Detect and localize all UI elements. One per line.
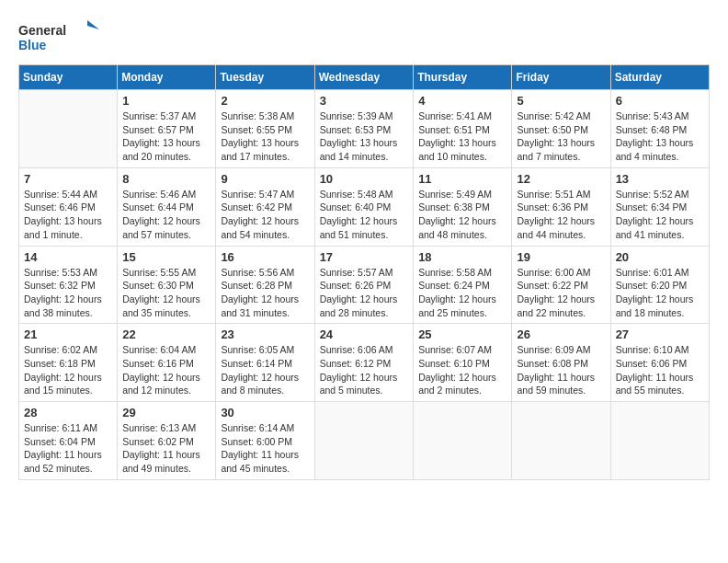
day-number: 30 (221, 406, 309, 419)
calendar-cell: 30Sunrise: 6:14 AM Sunset: 6:00 PM Dayli… (216, 402, 314, 480)
day-detail: Sunrise: 5:42 AM Sunset: 6:50 PM Dayligh… (517, 109, 605, 164)
calendar-cell (414, 402, 512, 480)
day-number: 7 (24, 172, 112, 186)
day-number: 6 (616, 94, 704, 108)
calendar-cell: 2Sunrise: 5:38 AM Sunset: 6:55 PM Daylig… (216, 90, 314, 168)
logo-svg: General Blue (18, 18, 101, 55)
day-detail: Sunrise: 6:01 AM Sunset: 6:20 PM Dayligh… (616, 266, 704, 320)
calendar-cell: 23Sunrise: 6:05 AM Sunset: 6:14 PM Dayli… (216, 324, 314, 402)
weekday-header: Monday (118, 65, 216, 90)
day-number: 23 (221, 327, 309, 341)
day-number: 22 (122, 327, 210, 341)
day-detail: Sunrise: 6:05 AM Sunset: 6:14 PM Dayligh… (221, 343, 309, 397)
calendar-cell (314, 402, 414, 480)
calendar-cell (610, 402, 709, 480)
calendar-cell: 8Sunrise: 5:46 AM Sunset: 6:44 PM Daylig… (118, 167, 216, 246)
calendar-week-row: 28Sunrise: 6:11 AM Sunset: 6:04 PM Dayli… (19, 402, 710, 480)
calendar-cell: 17Sunrise: 5:57 AM Sunset: 6:26 PM Dayli… (314, 246, 414, 324)
calendar-cell: 24Sunrise: 6:06 AM Sunset: 6:12 PM Dayli… (314, 324, 414, 402)
day-detail: Sunrise: 5:49 AM Sunset: 6:38 PM Dayligh… (418, 188, 506, 242)
calendar-header-row: SundayMondayTuesdayWednesdayThursdayFrid… (19, 65, 710, 90)
day-detail: Sunrise: 5:47 AM Sunset: 6:42 PM Dayligh… (221, 188, 309, 242)
day-number: 14 (24, 250, 112, 264)
day-number: 8 (122, 172, 210, 186)
day-detail: Sunrise: 6:07 AM Sunset: 6:10 PM Dayligh… (418, 343, 506, 397)
day-detail: Sunrise: 6:00 AM Sunset: 6:22 PM Dayligh… (517, 266, 605, 320)
calendar-cell: 4Sunrise: 5:41 AM Sunset: 6:51 PM Daylig… (414, 90, 512, 168)
day-number: 28 (24, 406, 112, 419)
day-number: 17 (320, 250, 409, 264)
calendar-cell: 27Sunrise: 6:10 AM Sunset: 6:06 PM Dayli… (610, 324, 709, 402)
logo: General Blue (18, 18, 101, 55)
calendar-cell: 21Sunrise: 6:02 AM Sunset: 6:18 PM Dayli… (19, 324, 118, 402)
day-detail: Sunrise: 5:52 AM Sunset: 6:34 PM Dayligh… (616, 188, 704, 242)
calendar-week-row: 1Sunrise: 5:37 AM Sunset: 6:57 PM Daylig… (19, 90, 710, 168)
calendar-week-row: 21Sunrise: 6:02 AM Sunset: 6:18 PM Dayli… (19, 324, 710, 402)
calendar-cell (512, 402, 610, 480)
calendar-cell: 29Sunrise: 6:13 AM Sunset: 6:02 PM Dayli… (118, 402, 216, 480)
calendar-cell: 5Sunrise: 5:42 AM Sunset: 6:50 PM Daylig… (512, 90, 610, 168)
day-number: 13 (616, 172, 704, 186)
calendar-cell: 18Sunrise: 5:58 AM Sunset: 6:24 PM Dayli… (414, 246, 512, 324)
svg-text:Blue: Blue (18, 38, 47, 52)
weekday-header: Wednesday (314, 65, 414, 90)
day-detail: Sunrise: 6:11 AM Sunset: 6:04 PM Dayligh… (24, 421, 112, 476)
calendar-cell: 3Sunrise: 5:39 AM Sunset: 6:53 PM Daylig… (314, 90, 414, 168)
day-detail: Sunrise: 6:10 AM Sunset: 6:06 PM Dayligh… (616, 343, 704, 397)
calendar-cell: 7Sunrise: 5:44 AM Sunset: 6:46 PM Daylig… (19, 167, 118, 246)
day-number: 10 (320, 172, 409, 186)
calendar-cell: 11Sunrise: 5:49 AM Sunset: 6:38 PM Dayli… (414, 167, 512, 246)
day-number: 25 (418, 327, 506, 341)
day-number: 29 (122, 406, 210, 419)
calendar-cell: 15Sunrise: 5:55 AM Sunset: 6:30 PM Dayli… (118, 246, 216, 324)
day-detail: Sunrise: 5:44 AM Sunset: 6:46 PM Dayligh… (24, 188, 112, 242)
calendar-cell (19, 90, 118, 168)
day-detail: Sunrise: 5:41 AM Sunset: 6:51 PM Dayligh… (418, 109, 506, 164)
day-detail: Sunrise: 5:51 AM Sunset: 6:36 PM Dayligh… (517, 188, 605, 242)
calendar-cell: 25Sunrise: 6:07 AM Sunset: 6:10 PM Dayli… (414, 324, 512, 402)
day-number: 19 (517, 250, 605, 264)
calendar-cell: 16Sunrise: 5:56 AM Sunset: 6:28 PM Dayli… (216, 246, 314, 324)
calendar-cell: 9Sunrise: 5:47 AM Sunset: 6:42 PM Daylig… (216, 167, 314, 246)
weekday-header: Sunday (19, 65, 118, 90)
weekday-header: Thursday (414, 65, 512, 90)
day-number: 3 (320, 94, 409, 108)
day-detail: Sunrise: 5:58 AM Sunset: 6:24 PM Dayligh… (418, 266, 506, 320)
day-detail: Sunrise: 5:39 AM Sunset: 6:53 PM Dayligh… (320, 109, 409, 164)
svg-text:General: General (18, 23, 66, 38)
calendar-cell: 10Sunrise: 5:48 AM Sunset: 6:40 PM Dayli… (314, 167, 414, 246)
day-number: 27 (616, 327, 704, 341)
calendar-cell: 22Sunrise: 6:04 AM Sunset: 6:16 PM Dayli… (118, 324, 216, 402)
day-number: 11 (418, 172, 506, 186)
day-number: 21 (24, 327, 112, 341)
day-number: 20 (616, 250, 704, 264)
day-detail: Sunrise: 5:53 AM Sunset: 6:32 PM Dayligh… (24, 266, 112, 320)
svg-marker-1 (87, 20, 99, 29)
day-number: 16 (221, 250, 309, 264)
calendar-table: SundayMondayTuesdayWednesdayThursdayFrid… (18, 64, 710, 480)
day-detail: Sunrise: 5:46 AM Sunset: 6:44 PM Dayligh… (122, 188, 210, 242)
day-number: 1 (122, 94, 210, 108)
day-detail: Sunrise: 5:48 AM Sunset: 6:40 PM Dayligh… (320, 188, 409, 242)
page-header: General Blue (18, 18, 710, 55)
day-detail: Sunrise: 5:43 AM Sunset: 6:48 PM Dayligh… (616, 109, 704, 164)
day-number: 2 (221, 94, 309, 108)
day-detail: Sunrise: 6:09 AM Sunset: 6:08 PM Dayligh… (517, 343, 605, 397)
day-number: 4 (418, 94, 506, 108)
day-number: 5 (517, 94, 605, 108)
calendar-week-row: 7Sunrise: 5:44 AM Sunset: 6:46 PM Daylig… (19, 167, 710, 246)
calendar-cell: 14Sunrise: 5:53 AM Sunset: 6:32 PM Dayli… (19, 246, 118, 324)
day-number: 26 (517, 327, 605, 341)
day-number: 15 (122, 250, 210, 264)
day-detail: Sunrise: 6:13 AM Sunset: 6:02 PM Dayligh… (122, 421, 210, 476)
day-detail: Sunrise: 5:56 AM Sunset: 6:28 PM Dayligh… (221, 266, 309, 320)
day-detail: Sunrise: 5:38 AM Sunset: 6:55 PM Dayligh… (221, 109, 309, 164)
calendar-cell: 28Sunrise: 6:11 AM Sunset: 6:04 PM Dayli… (19, 402, 118, 480)
day-detail: Sunrise: 5:37 AM Sunset: 6:57 PM Dayligh… (122, 109, 210, 164)
calendar-cell: 6Sunrise: 5:43 AM Sunset: 6:48 PM Daylig… (610, 90, 709, 168)
day-detail: Sunrise: 6:14 AM Sunset: 6:00 PM Dayligh… (221, 421, 309, 476)
calendar-week-row: 14Sunrise: 5:53 AM Sunset: 6:32 PM Dayli… (19, 246, 710, 324)
day-detail: Sunrise: 6:02 AM Sunset: 6:18 PM Dayligh… (24, 343, 112, 397)
day-number: 12 (517, 172, 605, 186)
calendar-cell: 20Sunrise: 6:01 AM Sunset: 6:20 PM Dayli… (610, 246, 709, 324)
